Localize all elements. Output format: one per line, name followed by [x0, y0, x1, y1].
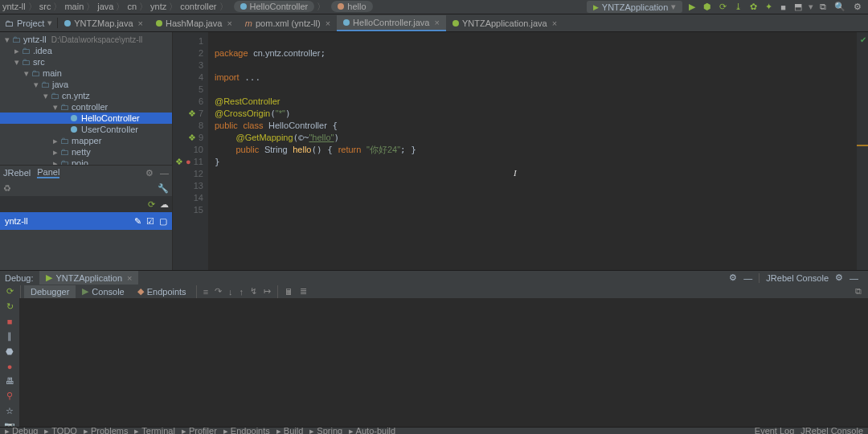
view-breakpoints-button[interactable]: ⬣	[6, 346, 14, 357]
endpoints-tab[interactable]: ◆ Endpoints	[131, 285, 193, 298]
jrebel-run-button[interactable]: ✦	[764, 2, 774, 12]
debugger-tab[interactable]: Debugger	[24, 285, 76, 298]
breadcrumb-item[interactable]: src	[37, 2, 54, 11]
trace-button[interactable]: ≣	[297, 286, 310, 297]
close-icon[interactable]: ×	[227, 18, 231, 28]
tree-node[interactable]: ▸🗀.idea	[0, 45, 172, 56]
tree-node[interactable]: HelloController	[0, 113, 172, 124]
star-button[interactable]: ☆	[6, 406, 14, 416]
editor-tab[interactable]: YNTZApplication.java×	[446, 15, 563, 31]
tree-node[interactable]: ▾🗀main	[0, 68, 172, 79]
breadcrumb-item[interactable]: cn	[125, 2, 139, 11]
check-icon[interactable]: ☑	[146, 216, 154, 227]
tree-node[interactable]: ▾🗀java	[0, 79, 172, 90]
wrench-icon[interactable]: 🔧	[158, 183, 169, 194]
status-item[interactable]: ▸ Problems	[84, 427, 129, 434]
reload-icon[interactable]: ♻	[3, 183, 11, 194]
close-icon[interactable]: ×	[552, 18, 557, 28]
coverage-button[interactable]: ⤓	[733, 2, 743, 12]
minimize-icon[interactable]: —	[160, 168, 169, 178]
run-to-cursor-button[interactable]: ↦	[260, 286, 274, 297]
tree-node[interactable]: ▾🗀yntz-llD:\Data\workspace\yntz-ll	[0, 34, 172, 45]
tree-node[interactable]: UserController	[0, 124, 172, 135]
breadcrumb-item[interactable]: hello	[326, 2, 375, 11]
stop-button[interactable]: ■	[779, 2, 788, 12]
breadcrumb-item[interactable]: yntz-ll	[0, 2, 28, 11]
minimize-icon[interactable]: —	[850, 273, 858, 283]
editor-tab[interactable]: HashMap.java×	[149, 15, 239, 31]
tree-node[interactable]: ▾🗀cn.yntz	[0, 90, 172, 101]
debug-button[interactable]: ⬢	[702, 2, 713, 12]
step-over-button[interactable]: ≡	[200, 287, 211, 297]
code-editor[interactable]: 123456❖78❖910❖●1112131415 package cn.ynt…	[173, 32, 868, 270]
code-area[interactable]: package cn.yntz.controller; import ... @…	[208, 32, 857, 270]
tree-node[interactable]: ▾🗀src	[0, 56, 172, 68]
gear-icon[interactable]: ⚙	[835, 272, 843, 283]
close-icon[interactable]: ×	[434, 18, 439, 27]
jrebel-tab[interactable]: JRebel	[3, 168, 31, 178]
run-button[interactable]: ▶	[687, 2, 697, 12]
resume-button[interactable]: ↻	[6, 301, 14, 312]
minimize-icon[interactable]: —	[743, 273, 752, 283]
status-item[interactable]: ▸ Debug	[5, 427, 38, 434]
status-item[interactable]: ▸ Build	[276, 427, 304, 434]
debugger-frames[interactable]	[19, 298, 868, 432]
breadcrumb-item[interactable]: HelloController	[228, 2, 317, 11]
status-item[interactable]: ▸ Profiler	[182, 427, 217, 434]
close-icon[interactable]: ×	[138, 18, 143, 28]
layout-button[interactable]: ⧉	[818, 2, 828, 12]
tree-node[interactable]: ▸🗀netty	[0, 146, 172, 158]
run-config-dropdown[interactable]: ▶ YNTZApplication ▾	[587, 1, 683, 13]
close-icon[interactable]: ×	[326, 18, 330, 28]
project-view-dropdown[interactable]: 🗀 Project ▾	[0, 18, 58, 28]
status-item[interactable]: ▸ Spring	[309, 427, 342, 434]
tree-node[interactable]: ▾🗀controller	[0, 101, 172, 113]
jrebel-console-tab[interactable]: JRebel Console	[759, 273, 829, 283]
square-icon[interactable]: ▢	[159, 216, 167, 227]
tree-node[interactable]: ▸🗀poio	[0, 158, 172, 165]
editor-tab[interactable]: HelloController.java×	[337, 15, 446, 31]
search-button[interactable]: 🔍	[833, 2, 847, 12]
step-into-button[interactable]: ↷	[211, 286, 225, 297]
status-item[interactable]: ▸ Auto-build	[349, 427, 395, 434]
breadcrumb-item[interactable]: java	[95, 2, 116, 11]
gutter[interactable]: 123456❖78❖910❖●1112131415	[173, 32, 208, 270]
pause-button[interactable]: ∥	[7, 331, 12, 342]
pin-button[interactable]: ⚲	[6, 391, 13, 401]
step-out-button[interactable]: ↑	[236, 287, 248, 297]
drop-frame-button[interactable]: ↯	[247, 286, 260, 297]
status-item[interactable]: ▸ TODO	[44, 427, 76, 434]
rerun-button[interactable]: ⟳	[718, 2, 728, 12]
tree-node[interactable]: ▸🗀mapper	[0, 135, 172, 146]
marker-strip[interactable]: ✔	[857, 32, 868, 270]
print-button[interactable]: 🖶	[6, 376, 14, 386]
settings-button[interactable]: ⚙	[852, 2, 863, 12]
cloud-icon[interactable]: ☁	[160, 199, 169, 210]
status-item[interactable]: JRebel Console	[800, 427, 863, 434]
edit-icon[interactable]: ✎	[134, 216, 141, 227]
status-item[interactable]: ▸ Endpoints	[223, 427, 270, 434]
console-tab[interactable]: ▶ Console	[76, 285, 130, 298]
rerun-button[interactable]: ⟳	[3, 286, 17, 297]
editor-tab[interactable]: YNTZMap.java×	[58, 15, 149, 31]
stop-button[interactable]: ■	[7, 317, 13, 326]
step-force-button[interactable]: ↓	[225, 287, 236, 297]
mute-breakpoints-button[interactable]: ●	[7, 362, 13, 371]
evaluate-button[interactable]: 🖩	[281, 287, 297, 297]
jrebel-module-row[interactable]: yntz-ll ✎ ☑ ▢	[0, 212, 172, 230]
debug-run-tab[interactable]: ▶ YNTZApplication ×	[39, 271, 138, 285]
project-tree[interactable]: ▾🗀yntz-llD:\Data\workspace\yntz-ll▸🗀.ide…	[0, 32, 172, 165]
status-item[interactable]: ▸ Terminal	[134, 427, 174, 434]
panel-tab[interactable]: Panel	[37, 167, 59, 178]
close-icon[interactable]: ×	[127, 273, 132, 283]
breadcrumb-item[interactable]: main	[62, 2, 86, 11]
refresh-green-icon[interactable]: ⟳	[148, 199, 155, 210]
layout-button[interactable]: ⧉	[852, 286, 865, 297]
profile-button[interactable]: ✿	[748, 2, 759, 12]
breadcrumb[interactable]: yntz-ll〉src〉main〉java〉cn〉yntz〉controller…	[0, 1, 375, 13]
editor-tab[interactable]: mpom.xml (yntz-ll)×	[239, 15, 337, 31]
status-item[interactable]: Event Log	[755, 427, 795, 434]
gear-icon[interactable]: ⚙	[145, 168, 154, 178]
breadcrumb-item[interactable]: controller	[178, 2, 219, 11]
warning-marker[interactable]	[857, 145, 868, 146]
